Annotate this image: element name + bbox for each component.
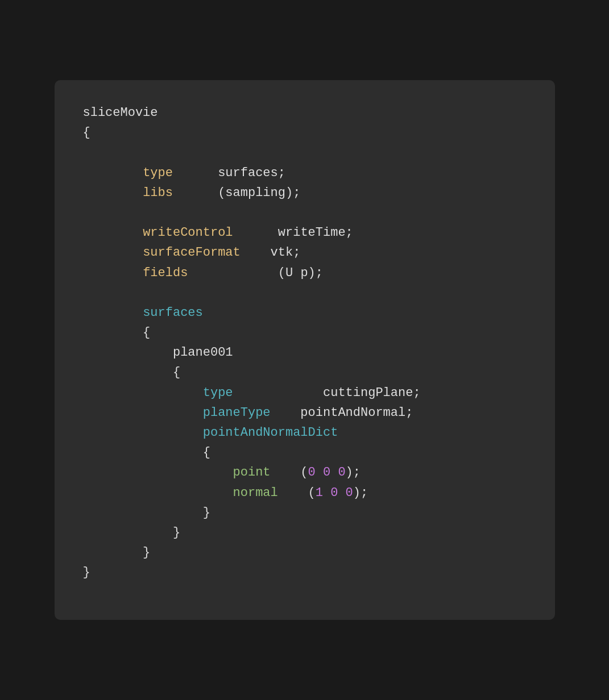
code-line: } [83,562,527,582]
code-line: surfaces [83,303,527,323]
code-line: plane001 [83,343,527,363]
code-line: sliceMovie [83,103,527,123]
code-line: } [83,543,527,562]
code-line: fields (U p); [83,263,527,283]
code-line: libs (sampling); [83,183,527,203]
code-line: { [83,323,527,343]
code-line: writeControl writeTime; [83,223,527,243]
code-line: type surfaces; [83,163,527,183]
code-line [83,203,527,223]
code-block: sliceMovie{ type surfaces; libs (samplin… [83,103,527,583]
code-line [83,283,527,303]
code-line: type cuttingPlane; [83,383,527,403]
code-line: { [83,123,527,143]
code-line: planeType pointAndNormal; [83,403,527,423]
code-line [83,143,527,163]
code-line: } [83,503,527,523]
code-line: { [83,443,527,463]
code-line: pointAndNormalDict [83,423,527,443]
code-line: normal (1 0 0); [83,483,527,503]
code-line: point (0 0 0); [83,463,527,482]
code-line: surfaceFormat vtk; [83,243,527,262]
code-line: { [83,363,527,382]
code-line: } [83,523,527,543]
code-container: sliceMovie{ type surfaces; libs (samplin… [55,80,555,620]
